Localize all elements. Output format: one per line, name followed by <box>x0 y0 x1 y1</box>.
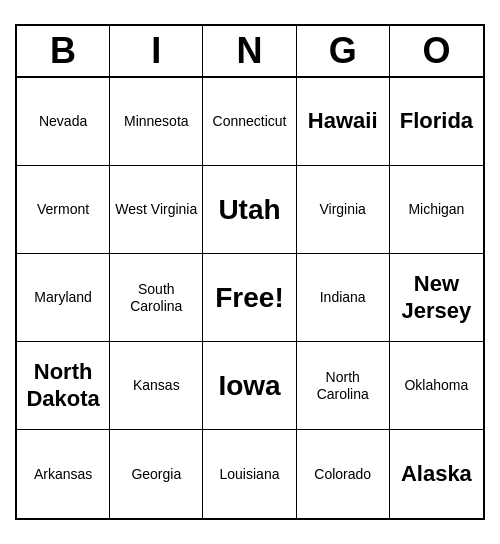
bingo-cell-18: North Carolina <box>297 342 390 430</box>
header-letter-b: B <box>17 26 110 76</box>
bingo-cell-4: Florida <box>390 78 483 166</box>
bingo-cell-17: Iowa <box>203 342 296 430</box>
bingo-cell-3: Hawaii <box>297 78 390 166</box>
bingo-cell-13: Indiana <box>297 254 390 342</box>
bingo-cell-21: Georgia <box>110 430 203 518</box>
bingo-cell-23: Colorado <box>297 430 390 518</box>
bingo-cell-2: Connecticut <box>203 78 296 166</box>
bingo-cell-22: Louisiana <box>203 430 296 518</box>
bingo-cell-16: Kansas <box>110 342 203 430</box>
bingo-cell-8: Virginia <box>297 166 390 254</box>
bingo-cell-0: Nevada <box>17 78 110 166</box>
bingo-grid: NevadaMinnesotaConnecticutHawaiiFloridaV… <box>17 78 483 518</box>
header-letter-o: O <box>390 26 483 76</box>
bingo-cell-19: Oklahoma <box>390 342 483 430</box>
bingo-cell-20: Arkansas <box>17 430 110 518</box>
bingo-cell-6: West Virginia <box>110 166 203 254</box>
bingo-card: BINGO NevadaMinnesotaConnecticutHawaiiFl… <box>15 24 485 520</box>
bingo-cell-14: New Jersey <box>390 254 483 342</box>
bingo-cell-1: Minnesota <box>110 78 203 166</box>
bingo-cell-5: Vermont <box>17 166 110 254</box>
bingo-header: BINGO <box>17 26 483 78</box>
bingo-cell-11: South Carolina <box>110 254 203 342</box>
bingo-cell-15: North Dakota <box>17 342 110 430</box>
bingo-cell-12: Free! <box>203 254 296 342</box>
bingo-cell-24: Alaska <box>390 430 483 518</box>
header-letter-i: I <box>110 26 203 76</box>
header-letter-g: G <box>297 26 390 76</box>
bingo-cell-9: Michigan <box>390 166 483 254</box>
header-letter-n: N <box>203 26 296 76</box>
bingo-cell-10: Maryland <box>17 254 110 342</box>
bingo-cell-7: Utah <box>203 166 296 254</box>
